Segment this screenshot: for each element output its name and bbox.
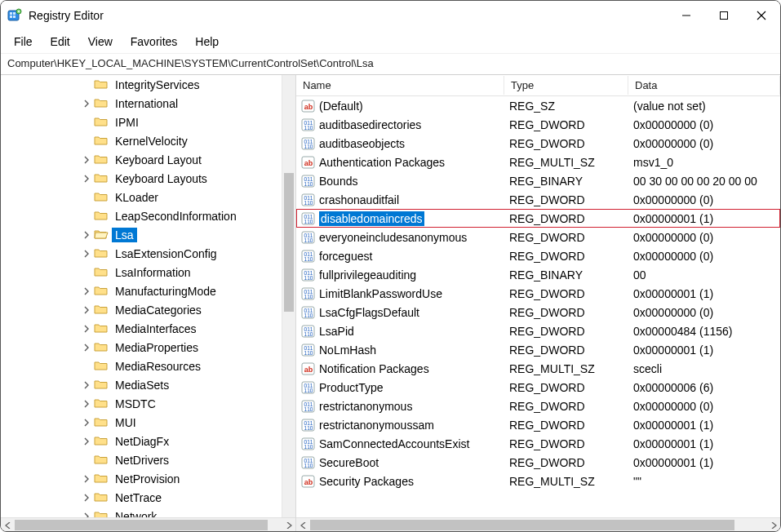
- value-row[interactable]: 011110everyoneincludesanonymousREG_DWORD…: [296, 228, 780, 246]
- chevron-right-icon[interactable]: [81, 323, 92, 335]
- tree-item-mediainterfaces[interactable]: MediaInterfaces: [1, 319, 295, 338]
- tree-item-mediacategories[interactable]: MediaCategories: [1, 300, 295, 319]
- chevron-right-icon[interactable]: [81, 492, 92, 503]
- tree-item-netprovision[interactable]: NetProvision: [1, 469, 295, 488]
- registry-tree[interactable]: IntegrityServicesInternationalIPMIKernel…: [1, 75, 295, 517]
- value-row[interactable]: 011110forceguestREG_DWORD0x00000000 (0): [296, 246, 780, 265]
- binary-value-icon: 011110: [301, 117, 316, 132]
- tree-item-keyboard-layout[interactable]: Keyboard Layout: [1, 150, 295, 169]
- maximize-button[interactable]: [705, 1, 743, 30]
- column-header-type[interactable]: Type: [504, 76, 628, 95]
- value-row[interactable]: 011110SecureBootREG_DWORD0x00000001 (1): [296, 453, 780, 472]
- tree-item-lsaextensionconfig[interactable]: LsaExtensionConfig: [1, 244, 295, 263]
- value-row[interactable]: 011110disabledomaincredsREG_DWORD0x00000…: [296, 209, 780, 228]
- value-row[interactable]: 011110auditbasedirectoriesREG_DWORD0x000…: [296, 115, 780, 134]
- value-data: 0x00000000 (0): [628, 193, 780, 206]
- value-type: REG_MULTI_SZ: [504, 156, 628, 169]
- binary-value-icon: 011110: [301, 249, 316, 264]
- menu-favorites[interactable]: Favorites: [122, 32, 186, 51]
- tree-item-leapsecondinformation[interactable]: LeapSecondInformation: [1, 206, 295, 225]
- value-name-cell: 011110SecureBoot: [296, 455, 504, 470]
- value-name: ProductType: [319, 381, 384, 394]
- folder-icon: [94, 191, 109, 204]
- tree-vertical-scrollbar[interactable]: [282, 75, 295, 517]
- tree-item-international[interactable]: International: [1, 94, 295, 113]
- tree-horizontal-scrollbar[interactable]: [1, 517, 295, 531]
- column-header-data[interactable]: Data: [628, 76, 780, 95]
- chevron-right-icon[interactable]: [81, 248, 92, 259]
- value-row[interactable]: 011110LimitBlankPasswordUseREG_DWORD0x00…: [296, 284, 780, 303]
- tree-item-lsa[interactable]: Lsa: [1, 225, 295, 244]
- tree-item-mediaresources[interactable]: MediaResources: [1, 357, 295, 375]
- chevron-right-icon[interactable]: [81, 304, 92, 316]
- scrollbar-thumb[interactable]: [284, 173, 294, 312]
- tree-item-manufacturingmode[interactable]: ManufacturingMode: [1, 282, 295, 300]
- tree-item-msdtc[interactable]: MSDTC: [1, 394, 295, 413]
- value-row[interactable]: 011110LsaCfgFlagsDefaultREG_DWORD0x00000…: [296, 303, 780, 321]
- list-horizontal-scrollbar[interactable]: [296, 517, 780, 531]
- tree-item-kloader[interactable]: KLoader: [1, 188, 295, 206]
- chevron-right-icon[interactable]: [81, 342, 92, 353]
- close-button[interactable]: [743, 1, 780, 30]
- chevron-right-icon[interactable]: [81, 98, 92, 109]
- chevron-right-icon[interactable]: [81, 417, 92, 428]
- value-row[interactable]: 011110fullprivilegeauditingREG_BINARY00: [296, 265, 780, 284]
- expander-placeholder: [81, 361, 92, 372]
- value-data: 00: [628, 268, 780, 282]
- value-row[interactable]: abNotification PackagesREG_MULTI_SZscecl…: [296, 359, 780, 378]
- tree-item-kernelvelocity[interactable]: KernelVelocity: [1, 131, 295, 150]
- menu-view[interactable]: View: [80, 32, 121, 51]
- value-list[interactable]: ab(Default)REG_SZ(value not set)011110au…: [296, 96, 780, 517]
- scroll-right-arrow[interactable]: [766, 518, 780, 531]
- value-row[interactable]: abSecurity PackagesREG_MULTI_SZ"": [296, 472, 780, 490]
- tree-item-netdrivers[interactable]: NetDrivers: [1, 450, 295, 469]
- tree-item-keyboard-layouts[interactable]: Keyboard Layouts: [1, 169, 295, 188]
- value-row[interactable]: 011110ProductTypeREG_DWORD0x00000006 (6): [296, 378, 780, 397]
- value-row[interactable]: 011110restrictanonymousREG_DWORD0x000000…: [296, 397, 780, 415]
- tree-item-nettrace[interactable]: NetTrace: [1, 488, 295, 507]
- scroll-left-arrow[interactable]: [1, 518, 15, 531]
- value-name: auditbaseobjects: [319, 137, 405, 150]
- chevron-right-icon[interactable]: [81, 229, 92, 241]
- address-bar[interactable]: Computer\HKEY_LOCAL_MACHINE\SYSTEM\Curre…: [1, 53, 780, 75]
- chevron-right-icon[interactable]: [81, 286, 92, 297]
- menu-help[interactable]: Help: [187, 32, 227, 51]
- scroll-left-arrow[interactable]: [296, 518, 310, 531]
- chevron-right-icon[interactable]: [81, 154, 92, 166]
- menu-edit[interactable]: Edit: [42, 32, 78, 51]
- svg-text:110: 110: [304, 219, 313, 224]
- tree-item-ipmi[interactable]: IPMI: [1, 113, 295, 131]
- chevron-right-icon[interactable]: [81, 511, 92, 518]
- value-row[interactable]: 011110auditbaseobjectsREG_DWORD0x0000000…: [296, 134, 780, 153]
- scrollbar-thumb[interactable]: [15, 520, 268, 530]
- value-row[interactable]: abAuthentication PackagesREG_MULTI_SZmsv…: [296, 153, 780, 171]
- tree-item-mui[interactable]: MUI: [1, 413, 295, 432]
- folder-icon: [94, 322, 109, 335]
- value-row[interactable]: 011110SamConnectedAccountsExistREG_DWORD…: [296, 434, 780, 453]
- value-row[interactable]: 011110crashonauditfailREG_DWORD0x0000000…: [296, 190, 780, 209]
- value-data: 0x00000484 (1156): [628, 325, 780, 338]
- tree-item-mediasets[interactable]: MediaSets: [1, 375, 295, 394]
- scroll-right-arrow[interactable]: [282, 518, 295, 531]
- value-row[interactable]: 011110restrictanonymoussamREG_DWORD0x000…: [296, 415, 780, 434]
- value-row[interactable]: 011110NoLmHashREG_DWORD0x00000001 (1): [296, 340, 780, 359]
- tree-item-integrityservices[interactable]: IntegrityServices: [1, 75, 295, 94]
- tree-item-network[interactable]: Network: [1, 507, 295, 517]
- tree-item-lsainformation[interactable]: LsaInformation: [1, 263, 295, 282]
- chevron-right-icon[interactable]: [81, 473, 92, 485]
- value-row[interactable]: ab(Default)REG_SZ(value not set): [296, 96, 780, 115]
- chevron-right-icon[interactable]: [81, 398, 92, 410]
- chevron-right-icon[interactable]: [81, 173, 92, 184]
- chevron-right-icon[interactable]: [81, 436, 92, 447]
- binary-value-icon: 011110: [301, 268, 316, 282]
- value-row[interactable]: 011110LsaPidREG_DWORD0x00000484 (1156): [296, 321, 780, 340]
- minimize-button[interactable]: [668, 1, 705, 30]
- tree-item-netdiagfx[interactable]: NetDiagFx: [1, 432, 295, 450]
- binary-value-icon: 011110: [301, 324, 316, 339]
- value-row[interactable]: 011110BoundsREG_BINARY00 30 00 00 00 20 …: [296, 171, 780, 190]
- column-header-name[interactable]: Name: [296, 76, 504, 95]
- tree-item-mediaproperties[interactable]: MediaProperties: [1, 338, 295, 357]
- chevron-right-icon[interactable]: [81, 379, 92, 391]
- scrollbar-thumb[interactable]: [310, 520, 734, 530]
- menu-file[interactable]: File: [6, 32, 41, 51]
